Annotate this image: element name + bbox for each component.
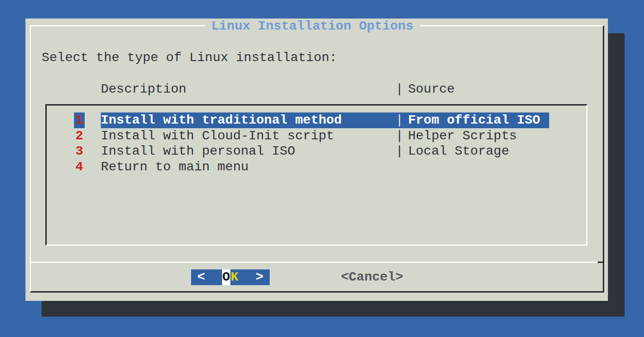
menu-item-row[interactable]: 3 Install with personal ISO | Local Stor…: [47, 144, 586, 159]
menu-item-tag: 3: [74, 144, 85, 159]
cancel-button[interactable]: <Cancel>: [341, 269, 403, 285]
column-separator: |: [396, 81, 403, 97]
menu-item-tag: 4: [74, 159, 85, 175]
column-header-source: Source: [408, 81, 455, 97]
menu-item-description: Install with traditional method: [101, 112, 342, 128]
menu-item-source: Local Storage: [408, 144, 509, 159]
dialog-window: Linux Installation Options Select the ty…: [25, 19, 608, 301]
menu-item-source: Helper Scripts: [408, 128, 517, 144]
menu-item-tag: 1: [74, 112, 85, 128]
menu-item-separator: |: [396, 128, 403, 144]
button-separator-line: [30, 262, 604, 263]
ok-button-cursor: O: [222, 269, 230, 285]
ok-button-spacer: [239, 269, 255, 285]
ok-label-rest: K: [230, 269, 239, 285]
menu-item-source: From official ISO: [408, 112, 540, 128]
terminal-screen: { "palette": { "screen_bg": "#3667aa", "…: [0, 0, 644, 337]
menu-item-description: Install with personal ISO: [101, 144, 295, 159]
ok-button[interactable]: < O K >: [191, 269, 270, 285]
ok-bracket-right: >: [255, 269, 264, 285]
column-header-description: Description: [101, 81, 186, 97]
ok-bracket-left: <: [197, 269, 205, 285]
menu-item-row[interactable]: 1 Install with traditional method | From…: [47, 112, 586, 128]
menu-item-separator: |: [396, 112, 403, 128]
ok-button-spacer: [205, 269, 222, 285]
menu-item-description: Install with Cloud-Init script: [101, 128, 334, 144]
menu-item-row[interactable]: 4 Return to main menu: [47, 159, 586, 175]
prompt-text: Select the type of Linux installation:: [42, 50, 337, 66]
menu-item-row[interactable]: 2 Install with Cloud-Init script | Helpe…: [47, 128, 586, 144]
menu-item-separator: |: [396, 144, 403, 159]
button-separator-cap: [598, 262, 604, 263]
menu-item-tag: 2: [74, 128, 85, 144]
column-headers: Description | Source: [25, 81, 608, 97]
menu-item-description: Return to main menu: [101, 159, 248, 175]
dialog-title: Linux Installation Options: [205, 19, 420, 34]
menu-list: 1 Install with traditional method | From…: [45, 104, 588, 246]
